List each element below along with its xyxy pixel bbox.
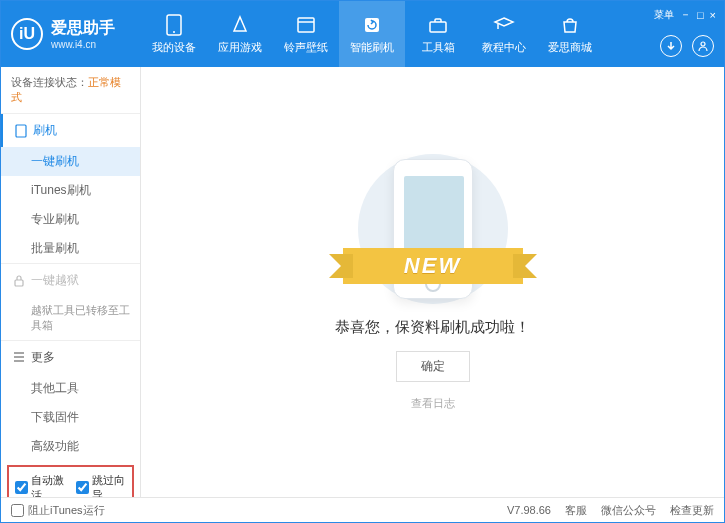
sidebar-head-more[interactable]: 更多 <box>1 341 140 374</box>
status-label: 设备连接状态： <box>11 76 88 88</box>
svg-rect-6 <box>16 125 26 137</box>
nav-tab-toolbox[interactable]: 工具箱 <box>405 1 471 67</box>
checkbox-input[interactable] <box>11 504 24 517</box>
jailbreak-note: 越狱工具已转移至工具箱 <box>1 297 140 340</box>
logo-icon: iU <box>11 18 43 50</box>
wechat-link[interactable]: 微信公众号 <box>601 503 656 518</box>
svg-point-1 <box>173 31 175 33</box>
connection-status: 设备连接状态：正常模式 <box>1 67 140 113</box>
store-icon <box>559 14 581 36</box>
window-controls: 菜单 － □ × <box>654 7 716 22</box>
sidebar-head-label: 刷机 <box>33 122 57 139</box>
nav-label: 爱思商城 <box>548 40 592 55</box>
sidebar-item-oneclick-flash[interactable]: 一键刷机 <box>1 147 140 176</box>
nav-label: 工具箱 <box>422 40 455 55</box>
nav-tab-flash[interactable]: 智能刷机 <box>339 1 405 67</box>
app-url: www.i4.cn <box>51 39 115 50</box>
sidebar-head-jailbreak[interactable]: 一键越狱 <box>1 264 140 297</box>
tutorial-icon <box>493 14 515 36</box>
nav-label: 铃声壁纸 <box>284 40 328 55</box>
main-area: NEW 恭喜您，保资料刷机成功啦！ 确定 查看日志 <box>141 67 724 497</box>
nav-tab-ringtones[interactable]: 铃声壁纸 <box>273 1 339 67</box>
sidebar-item-advanced[interactable]: 高级功能 <box>1 432 140 461</box>
sidebar: 设备连接状态：正常模式 刷机 一键刷机 iTunes刷机 专业刷机 批量刷机 一… <box>1 67 141 497</box>
nav-tab-store[interactable]: 爱思商城 <box>537 1 603 67</box>
sidebar-item-pro-flash[interactable]: 专业刷机 <box>1 205 140 234</box>
lock-icon <box>13 275 25 287</box>
sidebar-head-label: 更多 <box>31 349 55 366</box>
download-button[interactable] <box>660 35 682 57</box>
checkbox-skip-guide[interactable]: 跳过向导 <box>76 473 127 497</box>
app-title: 爱思助手 <box>51 18 115 39</box>
checkbox-input[interactable] <box>76 481 89 494</box>
apps-icon <box>229 14 251 36</box>
menu-icon <box>13 352 25 362</box>
device-icon <box>163 14 185 36</box>
nav-tabs: 我的设备 应用游戏 铃声壁纸 智能刷机 工具箱 教程中心 爱思商城 <box>141 1 603 67</box>
block-itunes-checkbox[interactable]: 阻止iTunes运行 <box>11 503 105 518</box>
wallpaper-icon <box>295 14 317 36</box>
footer: 阻止iTunes运行 V7.98.66 客服 微信公众号 检查更新 <box>1 497 724 522</box>
menu-icon[interactable]: 菜单 <box>654 8 674 22</box>
checkbox-label: 阻止iTunes运行 <box>28 503 105 518</box>
toolbox-icon <box>427 14 449 36</box>
ok-button[interactable]: 确定 <box>396 351 470 382</box>
svg-point-5 <box>701 42 705 46</box>
nav-tab-tutorial[interactable]: 教程中心 <box>471 1 537 67</box>
new-ribbon: NEW <box>343 248 523 284</box>
checkbox-input[interactable] <box>15 481 28 494</box>
sidebar-head-flash[interactable]: 刷机 <box>1 114 140 147</box>
sidebar-item-batch-flash[interactable]: 批量刷机 <box>1 234 140 263</box>
check-update-link[interactable]: 检查更新 <box>670 503 714 518</box>
sidebar-head-label: 一键越狱 <box>31 272 79 289</box>
nav-label: 智能刷机 <box>350 40 394 55</box>
checkbox-label: 自动激活 <box>31 473 66 497</box>
nav-label: 应用游戏 <box>218 40 262 55</box>
user-button[interactable] <box>692 35 714 57</box>
svg-rect-7 <box>15 280 23 286</box>
nav-tab-apps[interactable]: 应用游戏 <box>207 1 273 67</box>
sidebar-item-download-fw[interactable]: 下载固件 <box>1 403 140 432</box>
nav-tab-device[interactable]: 我的设备 <box>141 1 207 67</box>
checkbox-highlight: 自动激活 跳过向导 <box>7 465 134 497</box>
maximize-icon[interactable]: □ <box>697 9 704 21</box>
success-illustration: NEW <box>333 154 533 304</box>
flash-icon <box>361 14 383 36</box>
success-message: 恭喜您，保资料刷机成功啦！ <box>335 318 530 337</box>
logo-area: iU 爱思助手 www.i4.cn <box>11 18 141 50</box>
checkbox-label: 跳过向导 <box>92 473 127 497</box>
support-link[interactable]: 客服 <box>565 503 587 518</box>
nav-label: 教程中心 <box>482 40 526 55</box>
checkbox-auto-activate[interactable]: 自动激活 <box>15 473 66 497</box>
view-log-link[interactable]: 查看日志 <box>411 396 455 411</box>
minimize-icon[interactable]: － <box>680 7 691 22</box>
close-icon[interactable]: × <box>710 9 716 21</box>
svg-rect-2 <box>298 18 314 32</box>
sidebar-item-itunes-flash[interactable]: iTunes刷机 <box>1 176 140 205</box>
header: iU 爱思助手 www.i4.cn 我的设备 应用游戏 铃声壁纸 智能刷机 工具… <box>1 1 724 67</box>
nav-label: 我的设备 <box>152 40 196 55</box>
svg-rect-4 <box>430 22 446 32</box>
sidebar-item-other-tools[interactable]: 其他工具 <box>1 374 140 403</box>
version-text: V7.98.66 <box>507 504 551 516</box>
phone-icon <box>15 124 27 138</box>
